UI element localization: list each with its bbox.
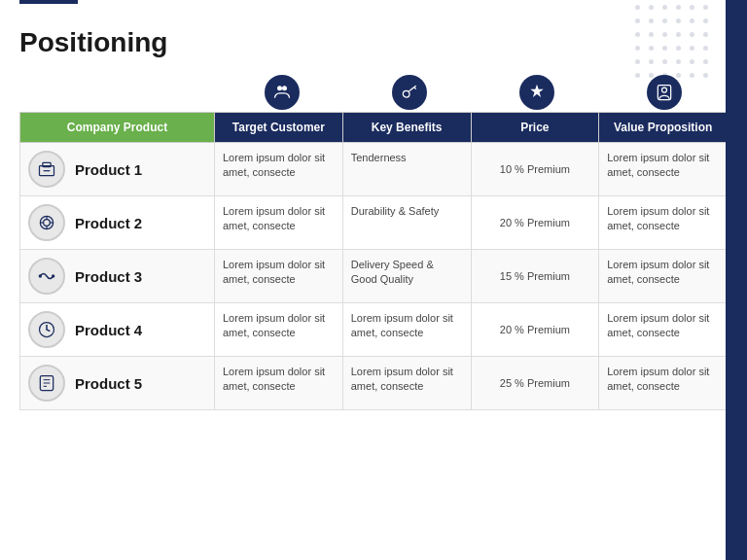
product-icon-1 bbox=[28, 151, 65, 188]
product-cell-2: Product 2 bbox=[20, 196, 215, 250]
key-benefits-1: Tenderness bbox=[342, 143, 471, 196]
table-row: Product 3 Lorem ipsum dolor sit amet, co… bbox=[20, 250, 728, 303]
product-icon-4 bbox=[28, 311, 65, 348]
price-icon bbox=[519, 75, 554, 110]
svg-point-17 bbox=[52, 274, 54, 277]
value-proposition-2: Lorem ipsum dolor sit amet, consecte bbox=[599, 196, 728, 250]
key-benefits-icon-cell bbox=[346, 73, 474, 112]
table-row: Product 1 Lorem ipsum dolor sit amet, co… bbox=[20, 143, 728, 196]
svg-point-2 bbox=[403, 90, 409, 97]
product-name-2: Product 2 bbox=[75, 215, 142, 231]
target-customer-3: Lorem ipsum dolor sit amet, consecte bbox=[215, 250, 343, 303]
icons-row bbox=[19, 73, 728, 112]
value-proposition-5: Lorem ipsum dolor sit amet, consecte bbox=[599, 357, 728, 410]
right-border bbox=[726, 0, 747, 560]
product-icon-5 bbox=[28, 365, 65, 402]
product-name-1: Product 1 bbox=[75, 161, 142, 178]
target-customer-2: Lorem ipsum dolor sit amet, consecte bbox=[215, 196, 343, 250]
svg-rect-8 bbox=[43, 162, 51, 166]
product-name-4: Product 4 bbox=[75, 322, 142, 338]
svg-line-4 bbox=[414, 88, 416, 89]
page-title: Positioning bbox=[19, 27, 728, 58]
header-price: Price bbox=[471, 113, 599, 143]
value-proposition-3: Lorem ipsum dolor sit amet, consecte bbox=[599, 250, 728, 303]
svg-point-16 bbox=[39, 274, 42, 277]
price-4: 20 % Premium bbox=[471, 303, 599, 357]
svg-point-0 bbox=[277, 86, 282, 90]
key-benefits-icon bbox=[392, 75, 427, 110]
target-customer-icon-cell bbox=[219, 73, 346, 112]
header-target-customer: Target Customer bbox=[215, 113, 343, 143]
product-name-5: Product 5 bbox=[75, 375, 142, 392]
key-benefits-2: Durability & Safety bbox=[342, 196, 471, 250]
target-customer-1: Lorem ipsum dolor sit amet, consecte bbox=[215, 143, 343, 196]
product-cell-1: Product 1 bbox=[20, 143, 215, 196]
price-1: 10 % Premium bbox=[471, 143, 599, 196]
header-company-product: Company Product bbox=[20, 113, 215, 143]
key-benefits-3: Delivery Speed & Good Quality bbox=[342, 250, 471, 303]
table-row: Product 2 Lorem ipsum dolor sit amet, co… bbox=[20, 196, 728, 250]
svg-point-1 bbox=[282, 86, 287, 90]
product-cell-3: Product 3 bbox=[20, 250, 215, 303]
main-container: for(let i=0;i<36;i++) document.write('<d… bbox=[0, 0, 747, 560]
header-value-proposition: Value Proposition bbox=[599, 113, 728, 143]
svg-point-10 bbox=[44, 220, 51, 227]
key-benefits-5: Lorem ipsum dolor sit amet, consecte bbox=[342, 357, 471, 410]
product-icon-2 bbox=[28, 204, 65, 241]
header-key-benefits: Key Benefits bbox=[342, 113, 471, 143]
target-customer-4: Lorem ipsum dolor sit amet, consecte bbox=[215, 303, 343, 357]
product-cell-4: Product 4 bbox=[20, 303, 215, 357]
price-icon-cell bbox=[474, 73, 601, 112]
value-proposition-4: Lorem ipsum dolor sit amet, consecte bbox=[599, 303, 728, 357]
target-customer-icon bbox=[265, 75, 300, 110]
product-name-3: Product 3 bbox=[75, 268, 142, 285]
target-customer-5: Lorem ipsum dolor sit amet, consecte bbox=[215, 357, 343, 410]
value-proposition-1: Lorem ipsum dolor sit amet, consecte bbox=[599, 143, 728, 196]
price-5: 25 % Premium bbox=[471, 357, 599, 410]
product-cell-5: Product 5 bbox=[20, 357, 215, 410]
product-icon-3 bbox=[28, 258, 65, 295]
price-2: 20 % Premium bbox=[471, 196, 599, 250]
top-accent bbox=[19, 0, 78, 4]
table-row: Product 5 Lorem ipsum dolor sit amet, co… bbox=[20, 357, 728, 410]
dot-pattern: for(let i=0;i<36;i++) document.write('<d… bbox=[635, 5, 723, 92]
positioning-table: Company Product Target Customer Key Bene… bbox=[19, 112, 728, 410]
key-benefits-4: Lorem ipsum dolor sit amet, consecte bbox=[342, 303, 471, 357]
price-3: 15 % Premium bbox=[471, 250, 599, 303]
table-row: Product 4 Lorem ipsum dolor sit amet, co… bbox=[20, 303, 728, 357]
